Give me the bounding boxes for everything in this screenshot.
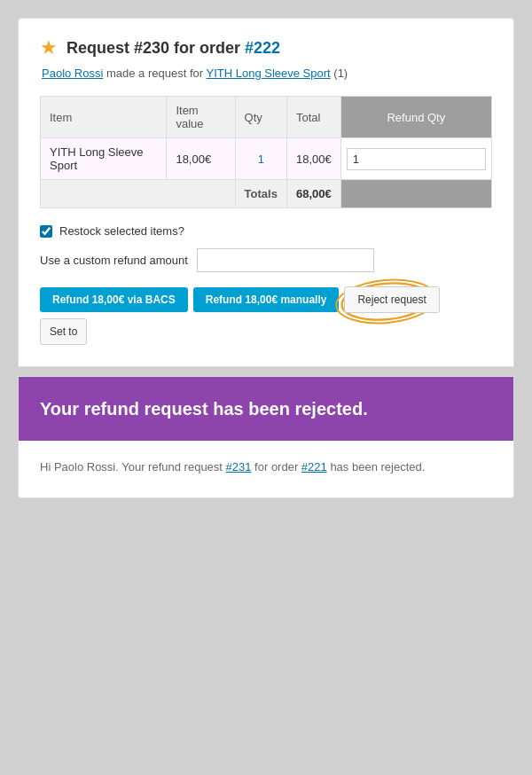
customer-link[interactable]: Paolo Rossi — [42, 67, 103, 80]
message-pre: Hi Paolo Rossi. Your refund request — [40, 460, 226, 474]
request-panel: ★ Request #230 for order #222 Paolo Ross… — [18, 18, 514, 367]
refund-bacs-button[interactable]: Refund 18,00€ via BACS — [40, 287, 188, 312]
buttons-row: Refund 18,00€ via BACS Refund 18,00€ man… — [40, 286, 492, 345]
order-link-bottom[interactable]: #221 — [301, 460, 327, 474]
cell-item-value: 18,00€ — [167, 138, 235, 180]
set-to-button[interactable]: Set to — [40, 318, 87, 345]
cell-qty: 1 — [235, 138, 286, 180]
order-link[interactable]: #222 — [245, 39, 280, 57]
table-header-row: Item Item value Qty Total Refund Qty — [41, 97, 492, 138]
cell-total: 18,00€ — [286, 138, 340, 180]
message-end: has been rejected. — [327, 460, 426, 474]
restock-checkbox[interactable] — [40, 225, 52, 238]
col-item: Item — [41, 97, 167, 138]
totals-empty-1 — [41, 180, 236, 208]
star-icon: ★ — [40, 36, 58, 59]
reject-button-wrapper: Reject request — [344, 286, 439, 313]
title-text: Request #230 for order — [66, 39, 245, 57]
totals-label: Totals — [235, 180, 286, 208]
cell-refund-qty — [340, 138, 491, 180]
panel-header: ★ Request #230 for order #222 — [40, 36, 492, 59]
col-item-value: Item value — [167, 97, 235, 138]
col-qty: Qty — [235, 97, 286, 138]
reject-request-button[interactable]: Reject request — [344, 286, 439, 313]
table-row: YITH Long Sleeve Sport 18,00€ 1 18,00€ — [41, 138, 492, 180]
totals-refund-empty — [340, 180, 491, 208]
panel-title: Request #230 for order #222 — [66, 39, 280, 58]
custom-refund-label: Use a custom refund amount — [40, 254, 188, 267]
refund-qty-input[interactable] — [347, 148, 486, 170]
message-mid: for order — [252, 460, 301, 474]
col-refund-qty: Refund Qty — [340, 97, 491, 138]
custom-refund-input[interactable] — [197, 248, 374, 272]
cell-item-name: YITH Long Sleeve Sport — [41, 138, 167, 180]
restock-label: Restock selected items? — [59, 224, 184, 238]
refund-table: Item Item value Qty Total Refund Qty YIT… — [40, 96, 492, 208]
subtitle-post: (1) — [331, 67, 348, 80]
subtitle-mid: made a request for — [103, 67, 206, 80]
totals-row: Totals 68,00€ — [41, 180, 492, 208]
totals-value: 68,00€ — [286, 180, 340, 208]
product-link[interactable]: YITH Long Sleeve Sport — [206, 67, 330, 80]
refund-manually-button[interactable]: Refund 18,00€ manually — [193, 287, 340, 312]
request-link[interactable]: #231 — [226, 460, 252, 474]
rejection-banner: Your refund request has been rejected. — [19, 377, 513, 441]
restock-row: Restock selected items? — [40, 224, 492, 238]
rejection-banner-text: Your refund request has been rejected. — [40, 396, 492, 421]
page-wrapper: ★ Request #230 for order #222 Paolo Ross… — [18, 18, 514, 498]
rejection-message: Hi Paolo Rossi. Your refund request #231… — [19, 441, 513, 497]
custom-refund-row: Use a custom refund amount — [40, 248, 492, 272]
col-total: Total — [286, 97, 340, 138]
result-panel: Your refund request has been rejected. H… — [18, 376, 514, 498]
panel-subtitle: Paolo Rossi made a request for YITH Long… — [40, 67, 492, 80]
